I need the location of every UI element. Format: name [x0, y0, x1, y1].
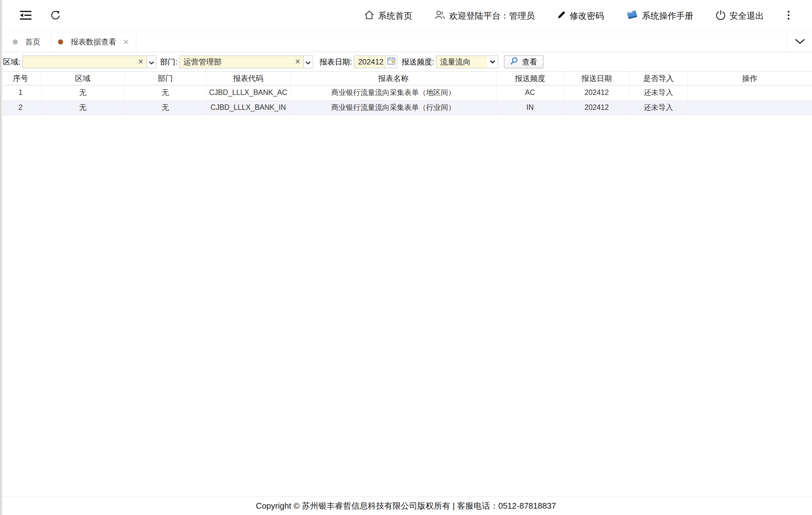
table-cell: 202412: [563, 85, 630, 100]
header-cell[interactable]: 操作: [687, 72, 812, 85]
nav-change-password[interactable]: 修改密码: [557, 10, 604, 22]
chevron-down-icon: [149, 57, 154, 66]
table-header-row: 序号区域部门报表代码报表名称报送频度报送日期是否导入操作: [0, 72, 812, 85]
book-icon: [626, 9, 638, 23]
nav-label: 安全退出: [729, 10, 764, 22]
tab-report-data-view[interactable]: 报表数据查看 ×: [51, 32, 136, 52]
clear-icon[interactable]: ×: [292, 57, 303, 66]
report-date-label: 报表日期:: [319, 57, 352, 67]
power-icon: [716, 10, 726, 22]
table-row[interactable]: 2无无CJBD_LLLX_BANK_IN商业银行流量流向采集表单（行业间）IN2…: [0, 100, 812, 115]
department-input[interactable]: [179, 57, 292, 66]
table-cell: 无: [41, 85, 124, 100]
tab-dot-icon: [13, 39, 18, 45]
frequency-select[interactable]: 流量流向: [436, 56, 498, 68]
view-button[interactable]: 查看: [504, 56, 543, 68]
filter-bar: 区域: × 部门: × 报表日期:: [0, 52, 812, 72]
top-bar: 系统首页 欢迎登陆平台：管理员 修改密码: [0, 0, 812, 32]
page-footer: Copyright © 苏州银丰睿哲信息科技有限公司版权所有 | 客服电话：05…: [0, 496, 812, 515]
table-cell: [687, 100, 812, 115]
department-combobox: ×: [179, 56, 313, 68]
pencil-icon: [557, 10, 566, 22]
table-cell: 商业银行流量流向采集表单（地区间）: [290, 85, 496, 100]
chevron-down-icon: [306, 57, 311, 66]
tab-home[interactable]: 首页: [3, 32, 51, 52]
report-date-input[interactable]: [354, 56, 385, 68]
user-icon: [435, 10, 445, 22]
header-cell[interactable]: 序号: [0, 72, 41, 85]
table-cell: AC: [496, 85, 563, 100]
refresh-icon: [50, 10, 61, 22]
header-cell[interactable]: 报表代码: [206, 72, 290, 85]
nav-label: 系统操作手册: [642, 10, 693, 22]
table-row[interactable]: 1无无CJBD_LLLX_BANK_AC商业银行流量流向采集表单（地区间）AC2…: [0, 85, 812, 100]
table-cell: CJBD_LLLX_BANK_AC: [206, 85, 290, 100]
chevron-down-icon: [487, 56, 498, 68]
department-dropdown-button[interactable]: [303, 56, 313, 68]
header-cell[interactable]: 报送频度: [496, 72, 563, 85]
table-cell: CJBD_LLLX_BANK_IN: [206, 100, 290, 115]
search-icon: [510, 57, 518, 67]
chevron-down-icon: [795, 39, 805, 46]
table-cell: 还未导入: [630, 85, 687, 100]
table-cell: 还未导入: [630, 100, 687, 115]
header-cell[interactable]: 区域: [41, 72, 124, 85]
header-cell[interactable]: 部门: [124, 72, 206, 85]
top-nav: 系统首页 欢迎登陆平台：管理员 修改密码: [364, 9, 790, 23]
refresh-button[interactable]: [50, 10, 61, 22]
close-icon[interactable]: ×: [123, 37, 129, 47]
region-combobox: ×: [23, 56, 156, 68]
nav-label: 系统首页: [378, 10, 412, 22]
table-cell: 无: [41, 100, 124, 115]
header-cell[interactable]: 是否导入: [630, 72, 687, 85]
table-cell: 商业银行流量流向采集表单（行业间）: [290, 100, 496, 115]
header-cell[interactable]: 报送日期: [563, 72, 630, 85]
tab-dot-icon: [58, 39, 63, 45]
table-cell: [687, 85, 812, 100]
tab-label: 首页: [25, 37, 40, 47]
calendar-icon: [387, 56, 396, 67]
nav-label: 欢迎登陆平台：管理员: [449, 10, 535, 22]
left-edge-strip: [0, 0, 3, 515]
nav-welcome-user[interactable]: 欢迎登陆平台：管理员: [435, 10, 535, 22]
more-menu-button[interactable]: [787, 10, 790, 21]
region-input[interactable]: [23, 57, 135, 66]
nav-operation-manual[interactable]: 系统操作手册: [626, 9, 693, 23]
table-cell: 无: [124, 85, 206, 100]
tab-overflow-button[interactable]: [786, 32, 805, 52]
region-label: 区域:: [3, 57, 21, 67]
frequency-label: 报送频度:: [402, 57, 434, 67]
nav-safe-exit[interactable]: 安全退出: [716, 10, 764, 22]
view-button-label: 查看: [522, 57, 537, 67]
indent-menu-icon: [20, 10, 32, 22]
report-date-field: [354, 56, 397, 68]
department-label: 部门:: [160, 57, 178, 67]
report-table: 序号区域部门报表代码报表名称报送频度报送日期是否导入操作1无无CJBD_LLLX…: [0, 72, 812, 115]
content-whitespace: [0, 115, 812, 497]
clear-icon[interactable]: ×: [135, 57, 147, 66]
tab-bar: 首页 报表数据查看 ×: [0, 32, 812, 52]
table-cell: 1: [0, 85, 41, 100]
main-content: 序号区域部门报表代码报表名称报送频度报送日期是否导入操作1无无CJBD_LLLX…: [0, 72, 812, 496]
frequency-value: 流量流向: [436, 56, 487, 68]
table-cell: IN: [496, 100, 563, 115]
kebab-menu-icon: [787, 10, 790, 21]
nav-system-home[interactable]: 系统首页: [364, 10, 412, 22]
collapse-menu-button[interactable]: [20, 10, 32, 22]
home-icon: [364, 10, 374, 22]
region-dropdown-button[interactable]: [147, 56, 156, 68]
table-cell: 无: [124, 100, 206, 115]
header-cell[interactable]: 报表名称: [290, 72, 496, 85]
calendar-button[interactable]: [385, 56, 397, 68]
copyright-text: Copyright © 苏州银丰睿哲信息科技有限公司版权所有 | 客服电话：05…: [256, 500, 556, 512]
table-cell: 2: [0, 100, 41, 115]
table-cell: 202412: [563, 100, 630, 115]
nav-label: 修改密码: [570, 10, 604, 22]
tab-label: 报表数据查看: [71, 37, 116, 47]
